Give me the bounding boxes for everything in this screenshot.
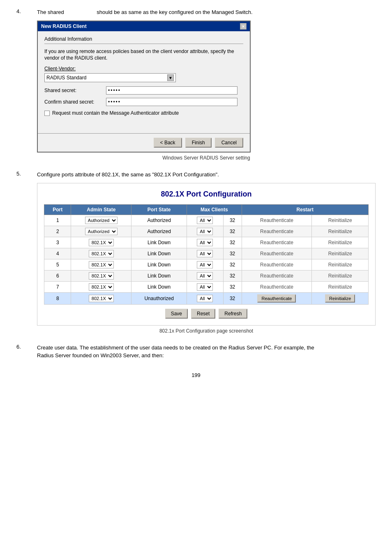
step-4-content: The shared should be as same as the key … (37, 8, 376, 161)
dialog-close-button[interactable]: × (240, 23, 247, 30)
cell-reinitialize: Reinitialize (312, 292, 369, 304)
reauthenticate-button[interactable]: Reauthenticate (257, 294, 296, 303)
confirm-secret-label: Confirm shared secret: (44, 99, 102, 105)
table-row: 6802.1XLink DownAll32ReauthenticateReini… (44, 270, 369, 281)
refresh-button[interactable]: Refresh (219, 309, 247, 319)
back-button[interactable]: < Back (154, 138, 182, 148)
table-row: 1AuthorizedAuthorizedAll32Reauthenticate… (44, 215, 369, 226)
admin-state-select[interactable]: 802.1X (89, 239, 114, 246)
cancel-button[interactable]: Cancel (215, 138, 243, 148)
max-clients-select[interactable]: All (197, 283, 213, 291)
admin-state-select[interactable]: 802.1X (89, 261, 114, 268)
confirm-secret-input[interactable] (106, 98, 238, 106)
table-buttons: Save Reset Refresh (44, 309, 369, 319)
client-vendor-dropdown[interactable]: RADIUS Standard ▼ (44, 73, 176, 82)
cell-max-val: 32 (223, 259, 242, 270)
dialog-section-title: Additional Information (44, 36, 243, 44)
admin-state-select[interactable]: 802.1X (89, 295, 114, 302)
cell-reinitialize: Reinitialize (312, 270, 369, 281)
dialog-titlebar: New RADIUS Client × (38, 21, 250, 31)
caption-1: Windows Server RADIUS Server setting (37, 155, 376, 161)
table-title: 802.1X Port Configuration (44, 190, 369, 199)
table-row: 5802.1XLink DownAll32ReauthenticateReini… (44, 259, 369, 270)
shared-secret-input[interactable] (106, 86, 238, 95)
step-4: 4. The shared should be as same as the k… (16, 8, 376, 161)
client-vendor-value: RADIUS Standard (46, 75, 167, 81)
step-6-number: 6. (16, 344, 29, 360)
cell-max-val: 32 (223, 248, 242, 259)
cell-max-all: All (187, 248, 223, 259)
cell-max-val: 32 (223, 226, 242, 237)
cell-admin-state: 802.1X (71, 248, 131, 259)
cell-max-val: 32 (223, 237, 242, 248)
step-4-blank (65, 9, 95, 15)
finish-button[interactable]: Finish (185, 138, 212, 148)
cell-max-all: All (187, 215, 223, 226)
message-auth-checkbox[interactable] (44, 111, 50, 116)
cell-port: 8 (44, 292, 71, 304)
step-5-content: Configure ports attribute of 802.1X, the… (37, 171, 376, 334)
step-6-text1: Create user data. The establishment of t… (37, 344, 376, 352)
cell-max-all: All (187, 292, 223, 304)
cell-port: 6 (44, 270, 71, 281)
cell-admin-state: 802.1X (71, 292, 131, 304)
port-config-table: Port Admin State Port State Max Clients … (44, 204, 369, 305)
cell-port: 1 (44, 215, 71, 226)
cell-admin-state: 802.1X (71, 270, 131, 281)
cell-reinitialize: Reinitialize (312, 259, 369, 270)
cell-port: 7 (44, 281, 71, 292)
cell-max-val: 32 (223, 292, 242, 304)
step-6-content: Create user data. The establishment of t… (37, 344, 376, 360)
max-clients-select[interactable]: All (197, 261, 213, 268)
reinitialize-button[interactable]: Reinitialize (325, 294, 355, 303)
max-clients-select[interactable]: All (197, 217, 213, 224)
dialog-body: Additional Information If you are using … (38, 31, 250, 121)
cell-reauthenticate: Reauthenticate (242, 215, 312, 226)
cell-port: 2 (44, 226, 71, 237)
cell-max-all: All (187, 226, 223, 237)
reset-button[interactable]: Reset (191, 309, 215, 319)
cell-admin-state: 802.1X (71, 281, 131, 292)
cell-port: 3 (44, 237, 71, 248)
cell-admin-state: Authorized (71, 215, 131, 226)
admin-state-select[interactable]: 802.1X (89, 250, 114, 257)
admin-state-select[interactable]: 802.1X (89, 283, 114, 291)
confirm-secret-row: Confirm shared secret: (44, 98, 243, 106)
cell-port: 4 (44, 248, 71, 259)
cell-port-state: Unauthorized (131, 292, 187, 304)
dropdown-arrow-icon[interactable]: ▼ (167, 74, 174, 81)
client-vendor-label: Client-Vendor: (44, 66, 243, 72)
cell-reauthenticate: Reauthenticate (242, 292, 312, 304)
cell-admin-state: 802.1X (71, 259, 131, 270)
admin-state-select[interactable]: 802.1X (89, 272, 114, 280)
max-clients-select[interactable]: All (197, 295, 213, 302)
save-button[interactable]: Save (165, 309, 188, 319)
table-row: 3802.1XLink DownAll32ReauthenticateReini… (44, 237, 369, 248)
cell-port-state: Authorized (131, 226, 187, 237)
col-max-clients: Max Clients (187, 204, 242, 215)
step-4-text-post: should be as same as the key configured … (97, 9, 252, 15)
cell-reinitialize: Reinitialize (312, 237, 369, 248)
step-4-number: 4. (16, 8, 29, 161)
cell-reauthenticate: Reauthenticate (242, 248, 312, 259)
cell-reinitialize: Reinitialize (312, 281, 369, 292)
cell-port-state: Link Down (131, 237, 187, 248)
admin-state-select[interactable]: Authorized (85, 228, 118, 235)
max-clients-select[interactable]: All (197, 272, 213, 280)
shared-secret-label: Shared secret: (44, 88, 102, 93)
max-clients-select[interactable]: All (197, 228, 213, 235)
cell-admin-state: 802.1X (71, 237, 131, 248)
table-row: 4802.1XLink DownAll32ReauthenticateReini… (44, 248, 369, 259)
cell-max-all: All (187, 237, 223, 248)
cell-reauthenticate: Reauthenticate (242, 281, 312, 292)
step-5-text: Configure ports attribute of 802.1X, the… (37, 171, 376, 179)
cell-reinitialize: Reinitialize (312, 248, 369, 259)
max-clients-select[interactable]: All (197, 239, 213, 246)
cell-port-state: Link Down (131, 270, 187, 281)
cell-port-state: Link Down (131, 259, 187, 270)
admin-state-select[interactable]: Authorized (85, 217, 118, 224)
max-clients-select[interactable]: All (197, 250, 213, 257)
checkbox-label: Request must contain the Message Authent… (52, 110, 179, 116)
cell-port: 5 (44, 259, 71, 270)
table-row: 2AuthorizedAuthorizedAll32Reauthenticate… (44, 226, 369, 237)
